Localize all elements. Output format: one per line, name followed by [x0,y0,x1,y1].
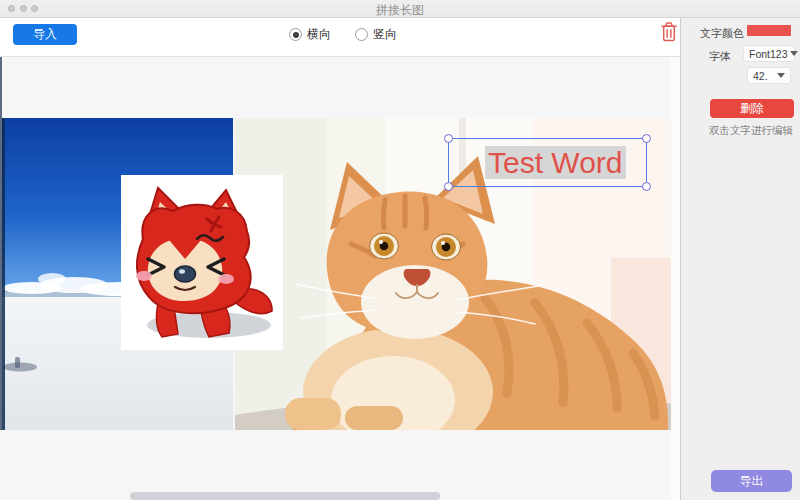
font-family-value: Font123 [749,48,788,60]
window-title: 拼接长图 [0,2,800,19]
resize-handle-bottom-left[interactable] [444,182,453,191]
radio-selected-icon[interactable] [289,28,302,41]
text-color-label: 文字颜色 [700,26,744,41]
resize-handle-top-left[interactable] [444,134,453,143]
chevron-down-icon [777,73,785,78]
text-element-selection[interactable]: Test Word [448,138,647,187]
toolbar: 导入 横向 竖向 [0,18,680,57]
radio-horizontal[interactable]: 横向 [289,26,331,43]
radio-unselected-icon[interactable] [355,28,368,41]
font-size-value: 42. [753,70,768,82]
export-button[interactable]: 导出 [711,470,792,492]
vertical-scrollbar-track[interactable] [671,57,680,500]
text-color-swatch[interactable] [747,25,791,36]
import-button[interactable]: 导入 [13,24,77,45]
font-size-select[interactable]: 42. [747,67,791,84]
edit-hint-text: 双击文字进行编辑 [691,124,800,138]
radio-vertical[interactable]: 竖向 [355,26,397,43]
chevron-down-icon [790,51,798,56]
fox-sticker[interactable] [121,175,283,350]
delete-button[interactable]: 删除 [710,99,794,118]
radio-horizontal-label: 横向 [307,26,331,43]
trash-icon[interactable] [660,21,678,43]
app-window: 拼接长图 导入 横向 竖向 [0,0,800,500]
orientation-radio-group: 横向 竖向 [289,26,397,43]
resize-handle-bottom-right[interactable] [642,182,651,191]
radio-vertical-label: 竖向 [373,26,397,43]
font-family-select[interactable]: Font123 [743,45,795,62]
title-bar: 拼接长图 [0,0,800,18]
horizontal-scrollbar[interactable] [130,492,440,500]
text-element[interactable]: Test Word [485,146,626,179]
resize-handle-top-right[interactable] [642,134,651,143]
canvas-area[interactable]: Test Word [0,57,680,500]
sidebar: 文字颜色 字体 Font123 42. 删除 双击文字进行编辑 导出 [680,18,800,500]
font-label: 字体 [709,49,731,64]
